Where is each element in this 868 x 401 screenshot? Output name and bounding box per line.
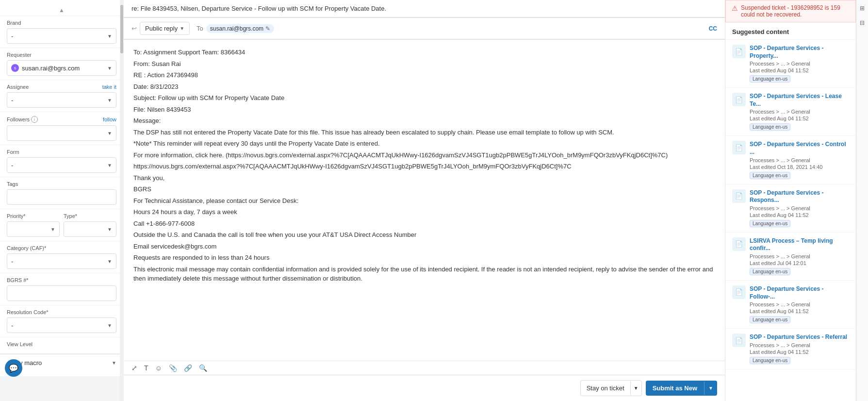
suggested-item[interactable]: 📄 SOP - Departure Services - Control ...… xyxy=(725,136,856,184)
text-format-icon[interactable]: T xyxy=(144,364,148,372)
email-body-line: To: Assignment Support Team: 8366434 xyxy=(133,48,715,57)
followers-info-icon[interactable]: i xyxy=(31,116,38,123)
email-body-line: For Technical Assistance, please contact… xyxy=(133,196,715,206)
bgrs-input[interactable] xyxy=(7,285,116,301)
tags-label: Tags xyxy=(7,181,18,187)
lang-badge: Language en-us xyxy=(750,357,790,364)
panel-icon-2[interactable]: ⊟ xyxy=(857,17,868,28)
suggested-item-icon: 📄 xyxy=(732,189,746,203)
category-select[interactable]: - ▼ xyxy=(7,253,116,269)
suggested-item-date: Last edited Jul 04 12:01 xyxy=(750,260,849,266)
suggested-list: 📄 SOP - Departure Services - Property...… xyxy=(725,40,856,401)
suggested-item-date: Last edited Aug 04 11:52 xyxy=(750,308,849,314)
cc-button[interactable]: CC xyxy=(709,25,717,32)
chat-icon[interactable]: 💬 xyxy=(5,359,22,376)
avatar: s xyxy=(11,64,19,72)
suggested-item-title: SOP - Departure Services - Respons... xyxy=(750,189,849,204)
email-body: To: Assignment Support Team: 8366434From… xyxy=(124,39,725,361)
reply-back-icon[interactable]: ↩ xyxy=(131,25,137,32)
brand-select[interactable]: - ▼ xyxy=(7,28,116,44)
resolution-select[interactable]: - ▼ xyxy=(7,317,116,333)
suggested-item[interactable]: 📄 SOP - Departure Services - Lease Te...… xyxy=(725,88,856,136)
form-select[interactable]: - ▼ xyxy=(7,157,116,173)
follow-link[interactable]: follow xyxy=(103,117,116,122)
emoji-icon[interactable]: ☺ xyxy=(155,364,162,372)
stay-on-ticket-label: Stay on ticket xyxy=(581,381,630,396)
email-body-line: From: Susan Rai xyxy=(133,59,715,69)
followers-chevron-icon: ▼ xyxy=(107,131,112,136)
suggested-item-date: Last edited Aug 04 11:52 xyxy=(750,67,849,73)
brand-chevron-icon: ▼ xyxy=(107,33,112,39)
lang-badge: Language en-us xyxy=(750,268,790,275)
followers-select[interactable]: ▼ xyxy=(7,125,116,141)
suggested-item-title: SOP - Departure Services - Property... xyxy=(750,45,849,60)
requester-chevron-icon: ▼ xyxy=(107,66,112,71)
suggested-item[interactable]: 📄 SOP - Departure Services - Respons... … xyxy=(725,184,856,233)
lang-badge: Language en-us xyxy=(750,75,790,83)
category-chevron-icon: ▼ xyxy=(107,259,112,264)
stay-on-ticket-chevron-icon[interactable]: ▼ xyxy=(630,382,641,395)
assignee-chevron-icon: ▼ xyxy=(107,98,112,103)
suggested-item-title: SOP - Departure Services - Control ... xyxy=(750,141,849,156)
suggested-item-date: Last edited Aug 04 11:52 xyxy=(750,349,849,355)
attachment-icon[interactable]: 📎 xyxy=(169,364,177,372)
email-body-line: For more information, click here. (https… xyxy=(133,150,715,160)
assignee-label: Assignee xyxy=(7,84,29,90)
suggested-item[interactable]: 📄 SOP - Departure Services - Referral Pr… xyxy=(725,329,856,369)
suggested-item-date: Last edited Aug 04 11:52 xyxy=(750,212,849,218)
view-level-field: View Level xyxy=(0,337,123,354)
form-field: Form - ▼ xyxy=(0,145,123,177)
lang-badge: Language en-us xyxy=(750,123,790,131)
suggested-item-path: Processes > ... > General xyxy=(750,157,849,163)
bgrs-label: BGRS #* xyxy=(7,277,29,283)
to-address: susan.rai@bgrs.com xyxy=(210,25,263,32)
view-level-label: View Level xyxy=(7,341,33,347)
lang-badge: Language en-us xyxy=(750,316,790,323)
subject-text: re: File 8439453, Nilsen, Departure Serv… xyxy=(131,5,386,12)
reply-type-button[interactable]: Public reply ▼ xyxy=(140,22,190,35)
assignee-select[interactable]: - ▼ xyxy=(7,92,116,108)
type-select[interactable]: ▼ xyxy=(64,221,116,237)
stay-on-ticket-button[interactable]: Stay on ticket ▼ xyxy=(580,380,642,396)
suggested-item-icon: 📄 xyxy=(732,285,746,299)
type-label: Type* xyxy=(64,213,77,219)
priority-select[interactable]: ▼ xyxy=(7,221,60,237)
suggested-item[interactable]: 📄 SOP - Departure Services - Property...… xyxy=(725,40,856,88)
email-body-line: Message: xyxy=(133,116,715,126)
email-body-line: Email servicedesk@bgrs.com xyxy=(133,242,715,251)
requester-field: Requester s susan.rai@bgrs.com ▼ xyxy=(0,48,123,80)
warning-text: Suspended ticket - 1936298952 is 159 cou… xyxy=(741,4,850,18)
bgrs-field: BGRS #* xyxy=(0,273,123,305)
suggested-item-path: Processes > ... > General xyxy=(750,301,849,307)
requester-select[interactable]: s susan.rai@bgrs.com ▼ xyxy=(7,60,116,76)
form-label: Form xyxy=(7,149,19,155)
email-body-line: Date: 8/31/2023 xyxy=(133,82,715,92)
take-it-link[interactable]: take it xyxy=(102,84,116,90)
email-body-line: Requests are responded to in less than 2… xyxy=(133,253,715,263)
tags-input[interactable] xyxy=(7,189,116,205)
tags-field: Tags xyxy=(0,177,123,209)
suggested-item-title: SOP - Departure Services - Lease Te... xyxy=(750,93,849,108)
suggested-content-header: Suggested content xyxy=(725,22,856,40)
sidebar-scrollbar[interactable] xyxy=(120,0,124,401)
submit-button[interactable]: Submit as New ▼ xyxy=(646,381,717,396)
suggested-item[interactable]: 📄 LSIRVA Process – Temp living confir...… xyxy=(725,233,856,281)
submit-chevron-icon[interactable]: ▼ xyxy=(704,382,717,395)
panel-icon-1[interactable]: ⊞ xyxy=(857,3,868,14)
scroll-up-icon[interactable]: ▲ xyxy=(59,7,65,14)
warning-icon: ⚠ xyxy=(732,4,738,12)
suggested-item-title: SOP - Departure Services - Follow-... xyxy=(750,285,849,301)
warning-bar: ⚠ Suspended ticket - 1936298952 is 159 c… xyxy=(725,0,856,22)
link-icon[interactable]: 🔗 xyxy=(184,364,192,372)
expand-icon[interactable]: ⤢ xyxy=(131,364,137,372)
side-icon-column: ⊞ ⊟ xyxy=(856,0,868,401)
suggested-item-icon: 📄 xyxy=(732,93,746,106)
email-body-line: https://novus.bgrs.com/external.aspx?%7C… xyxy=(133,162,715,171)
category-field: Category (CAF)* - ▼ xyxy=(0,241,123,273)
search-icon[interactable]: 🔍 xyxy=(199,364,207,372)
suggested-item-date: Last edited Oct 18, 2021 14:40 xyxy=(750,164,849,170)
suggested-item[interactable]: 📄 SOP - Departure Services - Follow-... … xyxy=(725,281,856,329)
priority-field: Priority* ▼ xyxy=(7,213,60,237)
brand-field: Brand - ▼ xyxy=(0,16,123,48)
edit-to-icon[interactable]: ✎ xyxy=(265,25,270,32)
